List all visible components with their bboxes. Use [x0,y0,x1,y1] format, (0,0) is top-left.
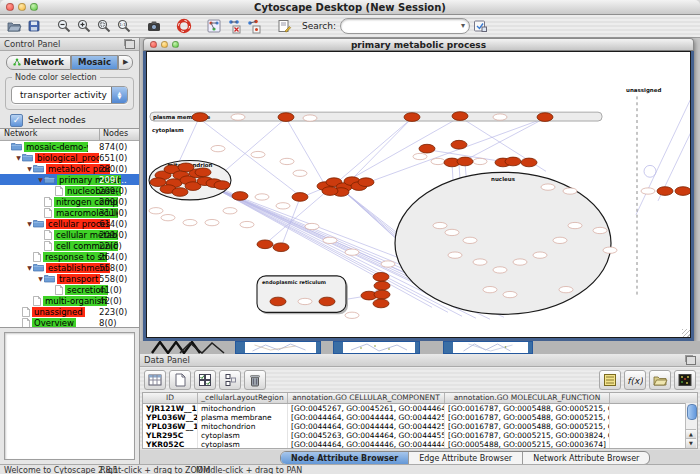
network-node[interactable] [150,178,166,187]
table-cell[interactable]: [GO:0045267, GO:0045261, GO:0044464, G… [288,404,445,413]
network-node[interactable] [195,168,211,177]
table-scrollbar[interactable]: ▲ ▼ [685,403,697,448]
network-node[interactable] [675,187,691,196]
tree-row-macromolecule[interactable]: macromolecule311(0) [0,207,139,218]
network-node[interactable] [452,112,468,121]
search-dropdown-icon[interactable]: ▾ [461,21,465,30]
new-attribute-icon[interactable] [169,370,191,390]
table-row[interactable]: YKR052Ccytoplasm[GO:0044464, GO:0044446,… [143,440,697,449]
tree-row-response-to-stimul[interactable]: response to stimul264(0) [0,251,139,262]
disclosure-triangle-icon[interactable]: ▼ [37,275,44,282]
table-cell[interactable]: [GO:0044464, GO:0044444, GO:0044425, G… [288,413,445,422]
network-node[interactable] [451,140,467,149]
network-node[interactable] [322,187,338,196]
network-node[interactable] [373,299,389,308]
tab-overflow-arrow[interactable]: ▶ [118,55,133,70]
network-node[interactable] [319,297,335,306]
tree-row-transport[interactable]: ▼transport558(0) [0,273,139,284]
help-lifesaver-icon[interactable] [175,17,193,35]
tree-row-cellular-metabo[interactable]: cellular metabo209(0) [0,229,139,240]
scrollbar-thumb[interactable] [687,404,697,420]
network-node[interactable] [273,243,289,252]
disclosure-triangle-icon[interactable]: ▼ [26,220,33,227]
column-header-1[interactable]: _cellularLayoutRegion [198,393,288,403]
network-node[interactable] [373,272,389,281]
table-cell[interactable]: [GO:0005488, GO:0005215, GO:0003674] [445,440,610,449]
tree-row-unassigned[interactable]: unassigned223(0) [0,306,139,317]
network-node[interactable] [404,113,420,122]
tree-row-metabolic-process[interactable]: ▼metabolic process280(0) [0,163,139,174]
background-window-1[interactable] [235,341,321,354]
table-cell[interactable]: YPL036W__2 [143,413,198,422]
table-cell[interactable]: [GO:0045263, GO:0044464, GO:0044455, G… [288,431,445,440]
birds-eye-view[interactable] [4,332,135,460]
tree-row-cell-communicat[interactable]: cell communicat22(0) [0,240,139,251]
import-attributes-icon[interactable] [649,370,671,390]
tree-row-mosaic-demo-yeast[interactable]: mosaic-demo-yeast874(0) [0,141,139,152]
table-row[interactable]: YPL036W__1mitochondrion[GO:0044464, GO:0… [143,422,697,431]
delete-attribute-icon[interactable] [244,370,266,390]
resize-grip[interactable] [682,329,690,337]
network-modify-a-icon[interactable] [225,17,243,35]
search-box[interactable]: ▾ [340,18,470,34]
tree-row-overview[interactable]: Overview8(0) [0,317,139,328]
network-node[interactable] [505,157,521,166]
disclosure-triangle-icon[interactable]: ▼ [26,264,33,271]
table-cell[interactable]: [GO:0016787, GO:0005488, GO:0005215, G… [445,422,610,431]
tree-row-secretion[interactable]: secretion41(0) [0,284,139,295]
formula-icon[interactable]: f(x) [624,370,646,390]
tab-edge-attribute-browser[interactable]: Edge Attribute Browser [409,452,523,464]
disclosure-triangle-icon[interactable]: ▼ [15,154,22,161]
table-cell[interactable]: [GO:0016787, GO:0005488, GO:0005215, G… [445,413,610,422]
tree-col-nodes[interactable]: Nodes [99,129,128,140]
table-cell[interactable]: [GO:0044464, GO:0044446, GO:0044444, G… [288,440,445,449]
tab-network[interactable]: Network [6,55,71,70]
network-node[interactable] [232,192,248,201]
network-node[interactable] [214,181,230,190]
table-cell[interactable]: [GO:0016787, GO:0005215, GO:0003824, G… [445,431,610,440]
column-header-2[interactable]: annotation.GO CELLULAR_COMPONENT [288,393,445,403]
network-node[interactable] [270,297,286,306]
network-modify-b-icon[interactable] [245,17,263,35]
table-cell[interactable]: cytoplasm [198,440,288,449]
save-session-icon[interactable] [25,17,43,35]
network-node[interactable] [358,178,374,187]
table-cell[interactable]: YJR121W__1 [143,404,198,413]
disclosure-triangle-icon[interactable]: ▼ [26,165,33,172]
network-node[interactable] [192,113,208,122]
network-node[interactable] [537,113,553,122]
network-canvas[interactable]: plasma membranecytoplasmmitochondrionnuc… [146,51,691,338]
tab-mosaic[interactable]: Mosaic [71,55,118,70]
snapshot-camera-icon[interactable] [145,17,163,35]
column-header-0[interactable]: ID [143,393,198,403]
search-input[interactable] [348,20,456,32]
network-node[interactable] [278,113,294,122]
network-node[interactable] [419,144,435,153]
zoom-selected-icon[interactable] [95,17,113,35]
zoom-fit-icon[interactable]: 1:1 [115,17,133,35]
tree-row-nitrogen-compo[interactable]: nitrogen compo209(0) [0,196,139,207]
float-panel-icon[interactable] [125,40,135,49]
table-cell[interactable]: YPL036W__1 [143,422,198,431]
scroll-down-icon[interactable]: ▼ [686,438,696,448]
table-cell[interactable]: cytoplasm [198,431,288,440]
background-window-2[interactable] [333,341,420,354]
tree-row-establishment-of-lo[interactable]: ▼establishment of lo558(0) [0,262,139,273]
open-session-icon[interactable] [5,17,23,35]
tree-row-multi-organism-pro[interactable]: multi-organism pro42(0) [0,295,139,306]
tree-row-biological-process[interactable]: ▼biological_process651(0) [0,152,139,163]
network-node[interactable] [172,188,188,197]
table-cell[interactable]: YLR295C [143,431,198,440]
table-cell[interactable]: plasma membrane [198,413,288,422]
tree-row-cellular-process[interactable]: ▼cellular process614(0) [0,218,139,229]
unselect-attributes-icon[interactable] [219,370,241,390]
tab-network-attribute-browser[interactable]: Network Attribute Browser [523,452,649,464]
network-node[interactable] [457,157,473,166]
network-import-icon[interactable] [205,17,223,35]
table-cell[interactable]: [GO:0044464, GO:0044444, GO:0044425, G… [288,422,445,431]
table-cell[interactable]: YKR052C [143,440,198,449]
attribute-list-icon[interactable] [599,370,621,390]
table-cell[interactable]: [GO:0016787, GO:0005488, GO:0005215, G… [445,404,610,413]
network-node[interactable] [178,163,194,172]
node-color-dropdown[interactable]: transporter activity ▲▼ [11,86,128,104]
